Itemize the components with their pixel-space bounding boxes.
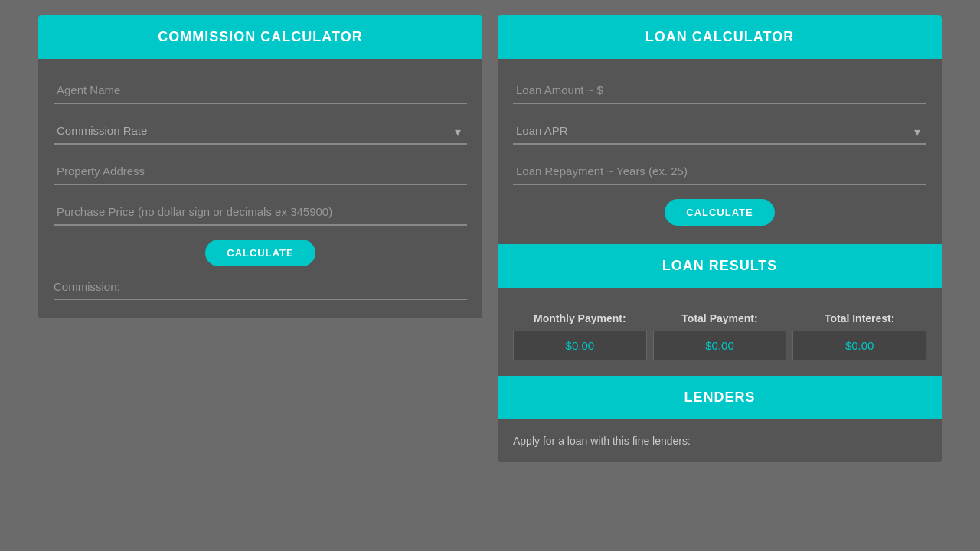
loan-amount-field-group [513, 77, 926, 104]
commission-calculate-button[interactable]: CALCULATE [205, 240, 315, 266]
loan-results-title: LOAN RESULTS [498, 244, 942, 288]
monthly-payment-label: Monthly Payment: [534, 312, 626, 324]
agent-name-field-group [54, 77, 467, 104]
commission-calculator-title: COMMISSION CALCULATOR [38, 15, 482, 59]
lenders-title: LENDERS [498, 376, 942, 419]
loan-apr-field-group: Loan APR 1% 2% 3% 4% 5% 6% 7% 8% [513, 118, 926, 145]
loan-amount-input[interactable] [513, 77, 926, 104]
property-address-field-group [54, 158, 467, 185]
commission-result-label: Commission: [54, 280, 467, 300]
commission-rate-field-group: Commission Rate 1% 2% 3% 4% 5% 6% [54, 118, 467, 145]
total-interest-value: $0.00 [792, 331, 926, 360]
agent-name-input[interactable] [54, 77, 467, 104]
commission-calculator-panel: COMMISSION CALCULATOR Commission Rate 1%… [38, 15, 482, 318]
loan-calculate-button[interactable]: CALCULATE [665, 199, 774, 226]
loan-repayment-field-group [513, 158, 926, 185]
lenders-description: Apply for a loan with this fine lenders: [498, 419, 942, 462]
loan-calculator-panel: LOAN CALCULATOR Loan APR 1% 2% 3% 4% 5% … [498, 15, 942, 462]
total-interest-label: Total Interest: [825, 312, 895, 324]
total-payment-label: Total Payment: [681, 312, 757, 324]
loan-apr-select[interactable]: Loan APR 1% 2% 3% 4% 5% 6% 7% 8% [513, 118, 926, 145]
property-address-input[interactable] [54, 158, 467, 185]
lenders-section: Apply for a loan with this fine lenders: [498, 419, 942, 462]
results-grid: Monthly Payment: $0.00 Total Payment: $0… [513, 312, 926, 360]
loan-results-section: Monthly Payment: $0.00 Total Payment: $0… [498, 288, 942, 376]
commission-rate-select[interactable]: Commission Rate 1% 2% 3% 4% 5% 6% [54, 118, 467, 145]
total-payment-value: $0.00 [653, 331, 787, 360]
total-interest-column: Total Interest: $0.00 [792, 312, 926, 360]
monthly-payment-value: $0.00 [513, 331, 647, 360]
loan-repayment-input[interactable] [513, 158, 926, 185]
total-payment-column: Total Payment: $0.00 [653, 312, 787, 360]
loan-calculator-title: LOAN CALCULATOR [498, 15, 942, 59]
purchase-price-input[interactable] [54, 199, 467, 226]
monthly-payment-column: Monthly Payment: $0.00 [513, 312, 647, 360]
purchase-price-field-group [54, 199, 467, 226]
